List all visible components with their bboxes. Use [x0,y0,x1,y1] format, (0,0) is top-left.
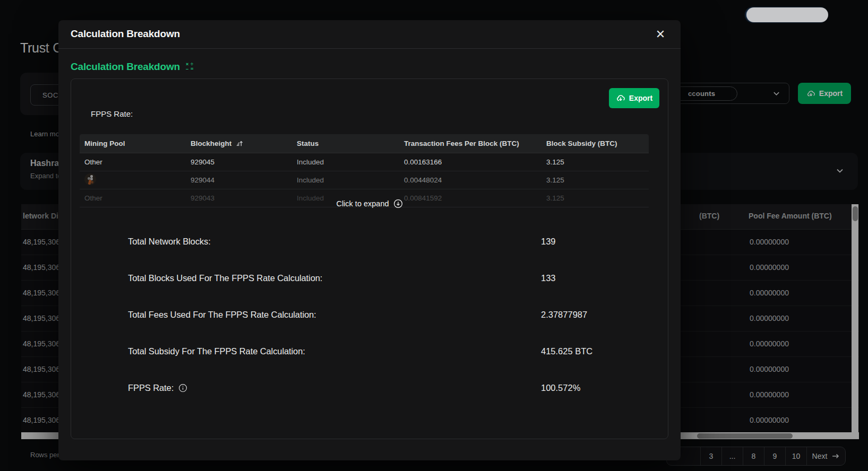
blockheight-cell: 929044 [186,176,292,184]
column-transaction-fees: Transaction Fees Per Block (BTC) [399,139,542,147]
column-blockheight[interactable]: Blockheight [186,139,292,147]
mining-pool-cell [80,173,186,187]
blockheight-cell: 929045 [186,158,292,166]
summary-row: Total Blocks Used For The FPPS Rate Calc… [128,273,616,283]
blocks-table: Mining Pool Blockheight Status Transacti… [80,134,649,207]
mining-pool-cell: Other [80,158,186,166]
fpps-rate-card: Export FPPS Rate: Mining Pool Blockheigh… [71,78,668,439]
status-cell: Included [292,176,399,184]
export-button[interactable]: Export [609,88,659,108]
info-icon[interactable] [178,383,187,392]
subsidy-cell: 3.125 [542,176,649,184]
export-button-label: Export [629,94,652,102]
browser-overlay-pill[interactable] [746,7,828,22]
table-row: 929044 Included 0.00448024 3.125 [80,171,649,189]
subsidy-cell: 3.125 [542,158,649,166]
section-heading-label: Calculation Breakdown [71,61,180,73]
summary-label: Total Subsidy For The FPPS Rate Calculat… [128,346,305,356]
screen: Trust C SOC R Learn mo Hashra Expand to … [0,0,868,471]
summary-row: FPPS Rate: 100.572% [128,383,616,393]
fpps-rate-result-label: FPPS Rate: [128,383,174,393]
calculator-icon: ×÷–= [185,62,194,72]
summary-row: Total Network Blocks: 139 [128,237,616,247]
summary-label: Total Fees Used For The FPPS Rate Calcul… [128,310,316,320]
mining-pool-logo-icon [84,173,96,185]
modal-header: Calculation Breakdown ✕ [58,20,681,49]
summary-label: Total Network Blocks: [128,237,211,247]
status-cell: Included [292,158,399,166]
summary-label: FPPS Rate: [128,383,187,393]
summary-value: 139 [541,237,556,247]
arrow-down-circle-icon [393,199,403,208]
summary-row: Total Subsidy For The FPPS Rate Calculat… [128,346,616,356]
column-status: Status [292,139,399,147]
section-heading: Calculation Breakdown ×÷–= [71,61,194,73]
summary-label: Total Blocks Used For The FPPS Rate Calc… [128,273,322,283]
summary-value: 415.625 BTC [541,346,592,356]
cloud-download-icon [616,93,625,103]
click-to-expand-label: Click to expand [336,199,389,208]
fees-cell: 0.00163166 [399,158,542,166]
close-icon[interactable]: ✕ [654,28,667,41]
fpps-rate-section-label: FPPS Rate: [91,109,133,118]
click-to-expand-button[interactable]: Click to expand [71,199,668,208]
sort-ascending-icon[interactable] [236,139,244,147]
summary-value: 2.37877987 [541,310,587,320]
column-blockheight-label: Blockheight [191,139,231,147]
modal-title: Calculation Breakdown [71,28,180,40]
calculation-breakdown-modal: Calculation Breakdown ✕ Calculation Brea… [58,20,681,460]
table-row: Other 929045 Included 0.00163166 3.125 [80,153,649,171]
column-mining-pool: Mining Pool [80,139,186,147]
summary-value: 133 [541,273,556,283]
summary-row: Total Fees Used For The FPPS Rate Calcul… [128,310,616,320]
blocks-table-header: Mining Pool Blockheight Status Transacti… [80,134,649,153]
summary-value: 100.572% [541,383,580,393]
fees-cell: 0.00448024 [399,176,542,184]
column-block-subsidy: Block Subsidy (BTC) [542,139,649,147]
